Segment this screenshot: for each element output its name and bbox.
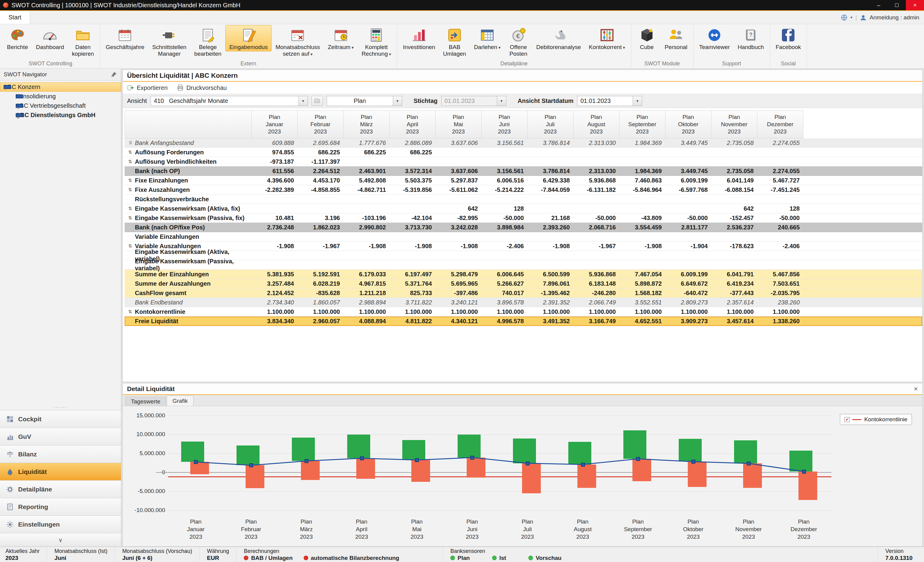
- table-cell[interactable]: [435, 260, 482, 269]
- table-cell[interactable]: 3.552.551: [620, 298, 665, 307]
- table-cell[interactable]: 4.088.894: [344, 317, 390, 326]
- ribbon-button-dashboard[interactable]: Dashboard: [32, 25, 68, 51]
- table-cell[interactable]: [344, 232, 390, 241]
- table-cell[interactable]: [573, 251, 620, 260]
- table-cell[interactable]: [390, 260, 435, 269]
- row-expander-icon[interactable]: ⇅: [127, 178, 133, 183]
- table-cell[interactable]: -246.280: [573, 289, 620, 298]
- ribbon-button-personal[interactable]: Personal: [661, 25, 692, 51]
- table-cell[interactable]: 611.556: [252, 167, 298, 176]
- table-cell[interactable]: 6.197.497: [390, 270, 435, 279]
- table-cell[interactable]: [665, 251, 711, 260]
- table-cell[interactable]: [482, 260, 528, 269]
- table-cell[interactable]: [482, 148, 528, 157]
- table-cell[interactable]: -103.196: [344, 213, 390, 222]
- table-cell[interactable]: 3.711.822: [390, 298, 435, 307]
- table-cell[interactable]: [252, 251, 298, 260]
- table-cell[interactable]: 3.637.606: [435, 138, 482, 147]
- table-cell[interactable]: 1.862.023: [298, 223, 344, 232]
- sidebar-collapse-button[interactable]: ∨: [0, 533, 121, 547]
- table-cell[interactable]: 5.936.868: [573, 176, 620, 185]
- table-cell[interactable]: 6.006.516: [482, 176, 528, 185]
- table-cell[interactable]: 5.695.965: [435, 279, 482, 288]
- table-cell[interactable]: -6.597.768: [665, 185, 711, 194]
- sidebar-item-liquidität[interactable]: Liquidität: [0, 463, 121, 480]
- ribbon-button-belege-bearbeiten[interactable]: Belege bearbeiten: [190, 25, 225, 58]
- table-cell[interactable]: [344, 251, 390, 260]
- table-cell[interactable]: [573, 195, 620, 204]
- table-cell[interactable]: 4.811.822: [390, 317, 435, 326]
- table-cell[interactable]: -1.395.462: [528, 289, 573, 298]
- table-cell[interactable]: [390, 157, 435, 166]
- ribbon-button-bab-umlagen[interactable]: BAB Umlagen: [439, 25, 470, 58]
- ansicht-combo-arrow-icon[interactable]: ▾: [298, 96, 308, 106]
- table-cell[interactable]: 2.735.058: [711, 138, 758, 147]
- table-cell[interactable]: 1.100.000: [528, 307, 573, 316]
- table-cell[interactable]: [758, 260, 803, 269]
- table-cell[interactable]: -1.908: [528, 242, 573, 251]
- table-cell[interactable]: [435, 195, 482, 204]
- table-cell[interactable]: 740.017: [482, 289, 528, 298]
- table-cell[interactable]: [620, 251, 665, 260]
- table-cell[interactable]: 2.124.452: [252, 289, 298, 298]
- table-cell[interactable]: 1.211.218: [344, 289, 390, 298]
- table-cell[interactable]: 1.860.057: [298, 298, 344, 307]
- table-cell[interactable]: [344, 260, 390, 269]
- table-cell[interactable]: 4.396.600: [252, 176, 298, 185]
- table-cell[interactable]: 2.066.749: [573, 298, 620, 307]
- table-cell[interactable]: [390, 232, 435, 241]
- table-cell[interactable]: [528, 232, 573, 241]
- table-cell[interactable]: [758, 148, 803, 157]
- table-cell[interactable]: [573, 204, 620, 213]
- print-preview-button[interactable]: Druckvorschau: [177, 84, 226, 92]
- table-cell[interactable]: 6.500.599: [528, 270, 573, 279]
- table-cell[interactable]: 3.257.484: [252, 279, 298, 288]
- table-cell[interactable]: 6.006.645: [482, 270, 528, 279]
- table-cell[interactable]: 1.100.000: [711, 307, 758, 316]
- ribbon-button-berichte[interactable]: Berichte: [3, 25, 32, 51]
- table-cell[interactable]: 6.429.338: [528, 176, 573, 185]
- table-cell[interactable]: [620, 148, 665, 157]
- ribbon-button-offene-posten[interactable]: €Offene Posten: [504, 25, 532, 58]
- table-cell[interactable]: 974.855: [252, 148, 298, 157]
- table-cell[interactable]: [252, 232, 298, 241]
- table-cell[interactable]: [711, 195, 758, 204]
- table-cell[interactable]: 5.298.479: [435, 270, 482, 279]
- table-cell[interactable]: [482, 157, 528, 166]
- table-cell[interactable]: [344, 204, 390, 213]
- table-cell[interactable]: 6.041.791: [711, 270, 758, 279]
- table-cell[interactable]: -1.117.397: [298, 157, 344, 166]
- table-cell[interactable]: 1.100.000: [344, 307, 390, 316]
- table-cell[interactable]: -7.844.059: [528, 185, 573, 194]
- table-cell[interactable]: 2.990.802: [344, 223, 390, 232]
- table-cell[interactable]: -6.131.182: [573, 185, 620, 194]
- table-cell[interactable]: [298, 251, 344, 260]
- ribbon-button-komplett-rechnung[interactable]: Komplett Rechnung ▾: [358, 25, 395, 59]
- table-cell[interactable]: 642: [711, 204, 758, 213]
- table-cell[interactable]: 2.536.237: [711, 223, 758, 232]
- table-cell[interactable]: 2.264.512: [298, 167, 344, 176]
- table-cell[interactable]: 1.984.369: [620, 167, 665, 176]
- table-cell[interactable]: 2.068.716: [573, 223, 620, 232]
- table-cell[interactable]: 1.100.000: [252, 307, 298, 316]
- table-cell[interactable]: [298, 204, 344, 213]
- tree-item-konsolidierung[interactable]: Konsolidierung: [0, 92, 121, 101]
- pin-icon[interactable]: [111, 71, 117, 78]
- table-cell[interactable]: -1.908: [344, 242, 390, 251]
- table-cell[interactable]: -50.000: [482, 213, 528, 222]
- table-cell[interactable]: 1.777.676: [344, 138, 390, 147]
- row-expander-icon[interactable]: ⇅: [127, 215, 133, 221]
- table-cell[interactable]: 1.568.182: [620, 289, 665, 298]
- ribbon-button-schnittstellen-manager[interactable]: Schnittstellen Manager: [148, 25, 190, 58]
- table-cell[interactable]: -6.088.154: [711, 185, 758, 194]
- table-cell[interactable]: [758, 251, 803, 260]
- table-cell[interactable]: 2.988.894: [344, 298, 390, 307]
- table-cell[interactable]: [528, 195, 573, 204]
- table-cell[interactable]: -5.319.856: [390, 185, 435, 194]
- table-cell[interactable]: -50.000: [758, 213, 803, 222]
- table-cell[interactable]: 5.936.868: [573, 270, 620, 279]
- table-cell[interactable]: 3.554.459: [620, 223, 665, 232]
- table-cell[interactable]: 6.009.199: [665, 176, 711, 185]
- table-cell[interactable]: -5.846.964: [620, 185, 665, 194]
- table-cell[interactable]: [620, 195, 665, 204]
